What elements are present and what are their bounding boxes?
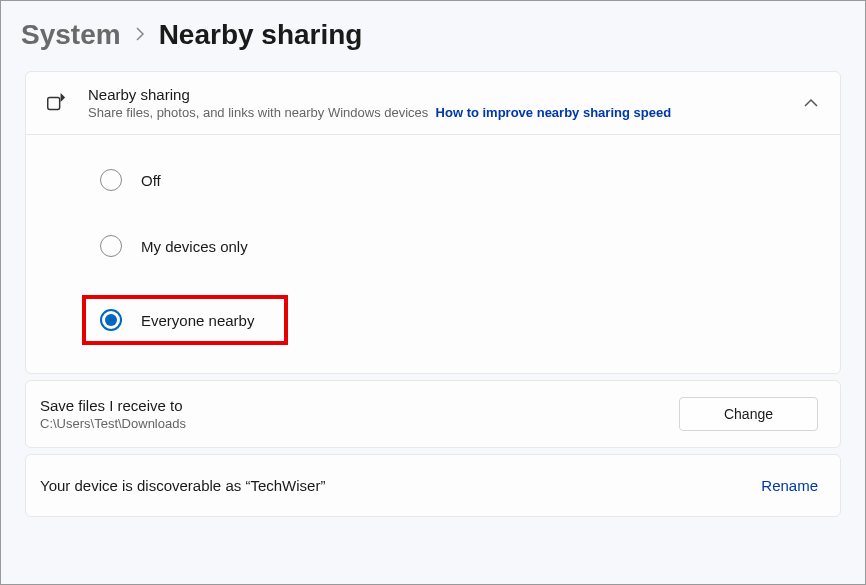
save-location-path: C:\Users\Test\Downloads: [40, 416, 663, 431]
share-icon: [44, 91, 68, 115]
radio-label: My devices only: [141, 238, 248, 255]
discoverable-title: Your device is discoverable as “TechWise…: [40, 477, 745, 494]
rename-link[interactable]: Rename: [761, 477, 818, 494]
nearby-sharing-header[interactable]: Nearby sharing Share files, photos, and …: [26, 72, 840, 135]
radio-label: Off: [141, 172, 161, 189]
nearby-sharing-title: Nearby sharing: [88, 86, 784, 103]
radio-my-devices-only[interactable]: My devices only: [92, 229, 840, 263]
change-button[interactable]: Change: [679, 397, 818, 431]
radio-indicator: [100, 235, 122, 257]
chevron-right-icon: [135, 25, 145, 46]
highlight-box: Everyone nearby: [82, 295, 288, 345]
breadcrumb-current: Nearby sharing: [159, 19, 363, 51]
breadcrumb-parent[interactable]: System: [21, 19, 121, 51]
discoverable-panel: Your device is discoverable as “TechWise…: [25, 454, 841, 517]
sharing-options: Off My devices only Everyone nearby: [26, 135, 840, 373]
save-location-title: Save files I receive to: [40, 397, 663, 414]
help-link[interactable]: How to improve nearby sharing speed: [436, 105, 672, 120]
radio-off[interactable]: Off: [92, 163, 840, 197]
radio-indicator: [100, 169, 122, 191]
save-location-panel: Save files I receive to C:\Users\Test\Do…: [25, 380, 841, 448]
svg-rect-0: [48, 98, 60, 110]
nearby-sharing-subtitle: Share files, photos, and links with near…: [88, 105, 784, 120]
radio-indicator: [100, 309, 122, 331]
nearby-sharing-panel: Nearby sharing Share files, photos, and …: [25, 71, 841, 374]
radio-label: Everyone nearby: [141, 312, 254, 329]
radio-everyone-nearby[interactable]: Everyone nearby: [92, 309, 254, 331]
breadcrumb: System Nearby sharing: [1, 1, 865, 71]
chevron-up-icon: [804, 94, 818, 112]
